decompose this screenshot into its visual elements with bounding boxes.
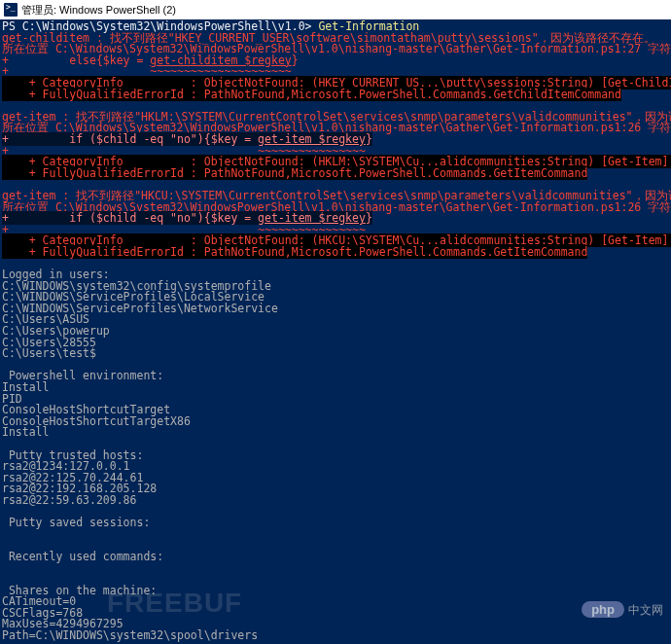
terminal-area[interactable]: PS C:\Windows\System32\WindowsPowerShell…	[0, 19, 671, 644]
php-logo: php	[582, 601, 624, 618]
output-line: C:\Users\test$	[2, 346, 96, 360]
watermark-freebuf: FREEBUF	[107, 590, 242, 617]
error-id: + FullyQualifiedErrorId : PathNotFound,M…	[2, 245, 587, 259]
section-header: Recently used commands:	[2, 550, 163, 563]
php-cn-text: 中文网	[628, 604, 663, 616]
powershell-icon	[4, 3, 18, 17]
error-id: + FullyQualifiedErrorId : PathNotFound,M…	[2, 88, 621, 101]
watermark-php: php 中文网	[582, 601, 663, 618]
output-line: rsa2@22:59.63.209.86	[2, 493, 136, 507]
output-line: Path=C:\WINDOWS\system32\spool\drivers	[2, 628, 258, 642]
window-titlebar[interactable]: 管理员: Windows PowerShell (2)	[0, 0, 671, 19]
error-id: + FullyQualifiedErrorId : PathNotFound,M…	[2, 166, 587, 180]
output-line: Install	[2, 425, 49, 439]
section-header: Putty saved sessions:	[2, 516, 150, 529]
window-title: 管理员: Windows PowerShell (2)	[21, 5, 176, 16]
